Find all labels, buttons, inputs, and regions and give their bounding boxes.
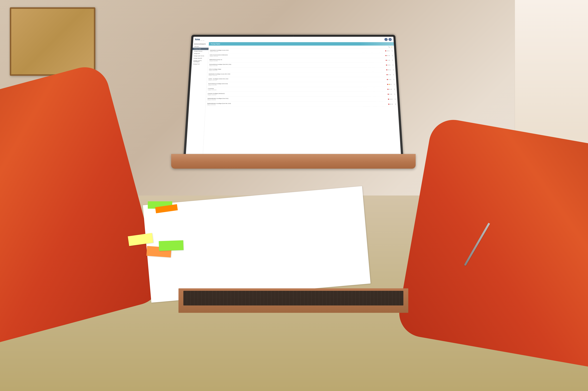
dot-gray-10b: [391, 94, 392, 95]
lona-app: lona LEARNING ON AIR ⌂ ≡: [186, 37, 401, 157]
course-info-11: Tabellenkalkulation Grundlagen (Excel 20…: [207, 98, 388, 100]
sidebar-title: Seminarraumkategorien: [193, 43, 209, 45]
dot-gray-3b: [389, 60, 390, 61]
course-item-1[interactable]: Datenbanken Grundlagen (Access 2016) Gül…: [208, 49, 394, 53]
course-item-10[interactable]: Computer-Grundlagen (Windows10) Gültig b…: [206, 92, 397, 97]
course-item-2[interactable]: Online-Zusammenarbeit (Collaboration) Gü…: [208, 53, 395, 58]
logo-area: lona LEARNING ON AIR: [195, 38, 205, 41]
dot-red-1: [385, 50, 386, 51]
sidebar-item-package-advanced[interactable]: Package Advanced: [192, 50, 208, 52]
app-main: Seminarraumkategorien Alle Kurse Package…: [186, 42, 401, 157]
course-item-7[interactable]: Outlook - Grundlagen (Outlook 365 | 2019…: [207, 77, 396, 82]
dot-gray-9b: [391, 89, 392, 90]
course-date-8: Gültig bis: 08.09.2023: [208, 85, 387, 86]
dot-gray-4a: [387, 65, 389, 66]
course-indicators-8: [387, 84, 392, 85]
course-indicators-10: [388, 94, 392, 95]
more-button-8[interactable]: ⋮: [393, 84, 395, 85]
dot-red-8: [387, 84, 388, 85]
course-indicators-2: [385, 55, 390, 56]
course-date-5: Gültig bis: 08.09 2023: [209, 70, 386, 71]
course-indicators-1: [385, 50, 389, 51]
home-icon: ⌂: [386, 39, 387, 40]
laptop-keyboard: [178, 288, 408, 313]
course-info-9: IT-Sicherheit Gültig bis: 08.09.2023: [208, 88, 387, 91]
course-name-4: Textverarbeitung Grundlagen (Word 365 | …: [209, 64, 386, 65]
more-button-10[interactable]: ⋮: [394, 93, 396, 95]
course-item-11[interactable]: Tabellenkalkulation Grundlagen (Excel 20…: [206, 97, 398, 102]
app-header: lona LEARNING ON AIR ⌂ ≡: [193, 37, 394, 42]
menu-button[interactable]: ≡: [388, 38, 392, 41]
course-date-1: Gültig bis: 08.09.2023: [210, 51, 385, 52]
course-info-5: Online-Grundlagen (Edge) Gültig bis: 08.…: [209, 69, 386, 71]
dot-red-5: [386, 69, 387, 70]
laptop-base: [171, 154, 416, 169]
course-name-10: Computer-Grundlagen (Windows10): [208, 93, 388, 94]
course-date-10: Gültig bis: 08.08.2023: [208, 94, 388, 95]
dot-gray-6b: [390, 74, 391, 75]
sidebar-item-package-wirtschaft[interactable]: Package Wirtschaft: [192, 57, 208, 59]
dot-red-12: [388, 104, 389, 105]
more-button-2[interactable]: ⋮: [392, 55, 393, 56]
course-info-4: Textverarbeitung Grundlagen (Word 365 | …: [209, 64, 386, 66]
course-item-5[interactable]: Online-Grundlagen (Edge) Gültig bis: 08.…: [207, 67, 396, 72]
dot-red-2: [385, 55, 386, 56]
course-list: Datenbanken Grundlagen (Access 2016) Gül…: [203, 49, 401, 157]
course-info-6: Datenbanken Grundlagen (Access 365 | 201…: [209, 73, 386, 76]
laptop-camera: [293, 36, 294, 37]
more-button-4[interactable]: ⋮: [392, 64, 394, 66]
more-button-12[interactable]: ⋮: [395, 103, 396, 105]
course-name-5: Online-Grundlagen (Edge): [209, 69, 386, 70]
course-item-8[interactable]: Textverarbeitung Grundlagen (Word 2016) …: [207, 82, 397, 87]
dot-gray-2b: [389, 55, 390, 56]
course-date-4: Gültig bis: 08.09.2023: [209, 65, 386, 66]
dot-gray-7a: [388, 79, 390, 80]
course-indicators-5: [386, 69, 391, 70]
home-button[interactable]: ⌂: [384, 38, 388, 41]
course-name-12: Tabellenkalkulation Grundlagen (Excel 36…: [207, 103, 388, 104]
more-button-9[interactable]: ⋮: [394, 88, 395, 90]
course-item-3[interactable]: Bildbearbeitung (Gimp2 10) Gültig bis: 0…: [208, 58, 395, 63]
content-header-bar: Package Digital: [209, 42, 394, 46]
menu-icon: ≡: [390, 39, 391, 40]
dot-gray-9a: [389, 89, 390, 90]
cork-board: [10, 7, 95, 76]
sidebar-item-package-umwelt[interactable]: Package Umwelt & Nachhaltigkeit: [192, 60, 208, 63]
course-name-6: Datenbanken Grundlagen (Access 365 | 201…: [209, 73, 386, 75]
more-button-5[interactable]: ⋮: [392, 69, 394, 71]
more-button-11[interactable]: ⋮: [394, 98, 396, 100]
dot-gray-10a: [389, 94, 390, 95]
content-toolbar: 🔍 ⚡: [209, 46, 394, 49]
course-indicators-9: [387, 89, 392, 90]
course-name-8: Textverarbeitung Grundlagen (Word 2016): [208, 83, 387, 84]
course-item-6[interactable]: Datenbanken Grundlagen (Access 365 | 201…: [207, 72, 396, 77]
more-button-7[interactable]: ⋮: [393, 79, 395, 80]
sidebar-item-package-flex[interactable]: Package FLEX: [192, 63, 208, 65]
laptop-lid: lona LEARNING ON AIR ⌂ ≡: [183, 35, 403, 159]
more-button-3[interactable]: ⋮: [392, 59, 393, 61]
dot-red-7: [387, 79, 388, 80]
course-item-4[interactable]: Textverarbeitung Grundlagen (Word 365 | …: [208, 63, 395, 67]
course-info-12: Tabellenkalkulation Grundlagen (Excel 36…: [207, 103, 388, 105]
dot-gray-8b: [390, 84, 392, 85]
sidebar-item-alle-kurse[interactable]: Alle Kurse: [193, 45, 209, 48]
course-name-1: Datenbanken Grundlagen (Access 2016): [210, 50, 385, 51]
dot-gray-11b: [391, 98, 392, 100]
more-button-6[interactable]: ⋮: [393, 74, 394, 76]
course-item-12[interactable]: Tabellenkalkulation Grundlagen (Excel 36…: [206, 102, 398, 107]
sidebar-item-package-dcp[interactable]: Package DCP: [192, 52, 208, 55]
course-date-3: Gültig bis: 08.09.2023: [209, 61, 386, 61]
sidebar-item-package-digital[interactable]: Package Digital: [193, 48, 209, 50]
screen-bezel: lona LEARNING ON AIR ⌂ ≡: [186, 37, 401, 157]
sidebar-item-package-cyber-security[interactable]: Package Cyber Security: [192, 55, 208, 57]
more-button-1[interactable]: ⋮: [391, 50, 393, 52]
dot-gray-4b: [389, 65, 390, 66]
dot-red-10: [388, 94, 389, 95]
search-icon[interactable]: 🔍: [388, 46, 390, 48]
main-content: Package Digital 🔍 ⚡: [203, 42, 401, 157]
course-info-10: Computer-Grundlagen (Windows10) Gültig b…: [208, 93, 388, 95]
course-date-2: Gültig bis: 08.09.2023: [210, 56, 386, 57]
course-item-9[interactable]: IT-Sicherheit Gültig bis: 08.09.2023 ⋮: [206, 87, 397, 92]
filter-icon[interactable]: ⚡: [391, 46, 393, 48]
screen-content: lona LEARNING ON AIR ⌂ ≡: [186, 37, 401, 157]
